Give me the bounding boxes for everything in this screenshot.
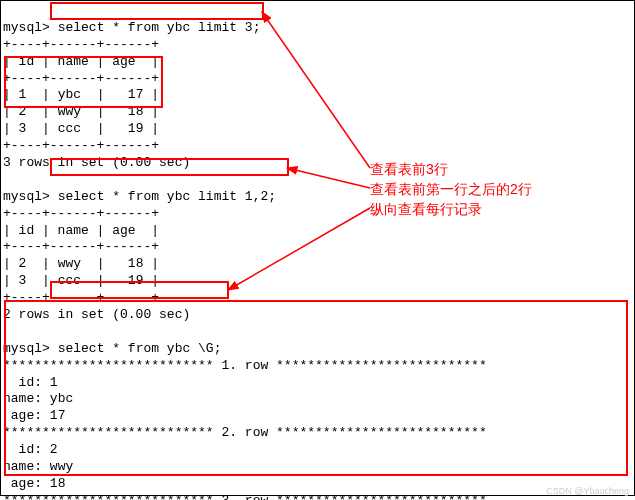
- field-value: 18: [50, 476, 66, 491]
- cell-id: 3: [19, 121, 27, 136]
- table-separator: +----+------+------+: [3, 206, 159, 221]
- table-separator: +----+------+------+: [3, 138, 159, 153]
- field-label: id:: [3, 375, 42, 390]
- row-separator: *************************** 2. row *****…: [3, 425, 487, 440]
- cell-name: ccc: [58, 273, 81, 288]
- table-separator: +----+------+------+: [3, 37, 159, 52]
- cell-age: 18: [128, 104, 144, 119]
- table-separator: +----+------+------+: [3, 239, 159, 254]
- field-value: 2: [50, 442, 58, 457]
- field-label: id:: [3, 442, 42, 457]
- cell-id: 2: [19, 104, 27, 119]
- cell-age: 18: [128, 256, 144, 271]
- field-label: name:: [3, 391, 42, 406]
- table-separator: +----+------+------+: [3, 290, 159, 305]
- query-1[interactable]: select * from ybc limit 3;: [58, 20, 261, 35]
- cell-age: 19: [128, 121, 144, 136]
- cell-name: ybc: [58, 87, 81, 102]
- cell-id: 3: [19, 273, 27, 288]
- annotation-1: 查看表前3行: [370, 160, 448, 178]
- field-value: ybc: [50, 391, 73, 406]
- field-value: 17: [50, 408, 66, 423]
- cell-age: 19: [128, 273, 144, 288]
- field-value: 1: [50, 375, 58, 390]
- annotation-3: 纵向查看每行记录: [370, 200, 482, 218]
- mysql-prompt: mysql>: [3, 20, 50, 35]
- query-2[interactable]: select * from ybc limit 1,2;: [58, 189, 276, 204]
- cell-id: 1: [19, 87, 27, 102]
- cell-name: wwy: [58, 256, 81, 271]
- watermark: CSDN @Ybaocheng: [546, 486, 629, 498]
- cell-name: wwy: [58, 104, 81, 119]
- table-header: | id | name | age |: [3, 54, 159, 69]
- cell-age: 17: [128, 87, 144, 102]
- table-header: | id | name | age |: [3, 223, 159, 238]
- mysql-prompt: mysql>: [3, 189, 50, 204]
- result-footer: 2 rows in set (0.00 sec): [3, 307, 190, 322]
- annotation-2: 查看表前第一行之后的2行: [370, 180, 532, 198]
- cell-name: ccc: [58, 121, 81, 136]
- query-3[interactable]: select * from ybc \G;: [58, 341, 222, 356]
- mysql-prompt: mysql>: [3, 341, 50, 356]
- field-value: wwy: [50, 459, 73, 474]
- cell-id: 2: [19, 256, 27, 271]
- field-label: age:: [3, 476, 42, 491]
- field-label: age:: [3, 408, 42, 423]
- row-separator: *************************** 1. row *****…: [3, 358, 487, 373]
- row-separator: *************************** 3. row *****…: [3, 493, 487, 500]
- field-label: name:: [3, 459, 42, 474]
- table-separator: +----+------+------+: [3, 71, 159, 86]
- result-footer: 3 rows in set (0.00 sec): [3, 155, 190, 170]
- terminal-window: mysql> select * from ybc limit 3; +----+…: [0, 0, 635, 496]
